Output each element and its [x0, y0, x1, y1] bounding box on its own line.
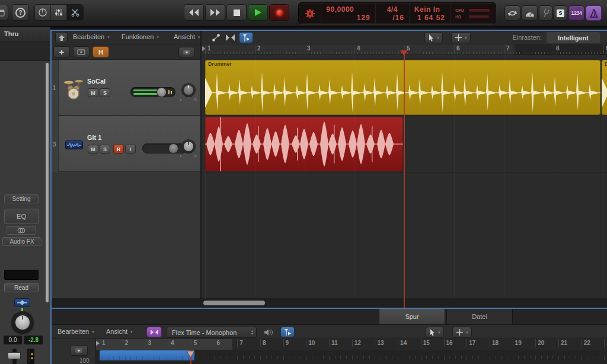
editor-flex-button[interactable]	[146, 327, 162, 337]
play-button[interactable]	[248, 4, 268, 21]
count-in-button[interactable]: 1234	[568, 5, 584, 21]
ruler-tick	[582, 356, 582, 360]
track-header-options-button[interactable]	[178, 47, 195, 58]
help-button[interactable]: ?	[12, 4, 29, 21]
track-number-label: 3	[53, 141, 56, 148]
cycle-button[interactable]	[504, 5, 520, 21]
region-name: Drummer	[605, 61, 607, 67]
ruler-tick	[221, 52, 221, 54]
stereo-format-button[interactable]	[7, 226, 36, 235]
flex-button[interactable]	[223, 32, 237, 43]
editor-crosshair-tool-button[interactable]: ▾	[452, 327, 472, 338]
duplicate-track-button[interactable]	[73, 46, 90, 58]
performance-button[interactable]	[522, 5, 538, 21]
editor-pointer-tool-button[interactable]: ▾	[426, 327, 444, 338]
back-button[interactable]	[55, 32, 68, 43]
editor-disclosure-button[interactable]	[70, 345, 88, 356]
flex-bowtie-icon	[225, 34, 235, 41]
eq-button[interactable]: EQ	[4, 209, 39, 224]
inspector-header[interactable]: Thru	[0, 27, 50, 42]
tab-datei[interactable]: Datei	[446, 309, 513, 324]
region-drummer-2[interactable]: Drummer	[602, 60, 607, 115]
mute-button[interactable]: M	[88, 88, 98, 97]
playhead-marker[interactable]	[400, 50, 408, 56]
mixer-button[interactable]	[51, 5, 67, 20]
pan-value-box[interactable]: 0.0	[4, 336, 22, 344]
track-header-git1[interactable]: 3 Git 1 M S R I L R	[50, 116, 200, 172]
editor-menu-ansicht[interactable]: Ansicht▾	[106, 328, 133, 335]
volume-fader-cap[interactable]	[8, 352, 21, 359]
inspector-scrollbar[interactable]	[46, 63, 49, 302]
volume-slider-knob[interactable]	[156, 87, 167, 97]
ruler-bar-number: 2	[125, 340, 129, 346]
tuner-button[interactable]	[539, 5, 552, 21]
rewind-button[interactable]	[184, 4, 204, 21]
window-edge-button[interactable]	[0, 5, 8, 21]
track-header-socal[interactable]: 1 SoCal M S L R	[50, 60, 200, 116]
editor-playhead-marker[interactable]	[186, 350, 195, 359]
solo-button-track[interactable]: S	[100, 88, 110, 97]
hscrollbar-thumb[interactable]	[203, 301, 265, 305]
ruler-tick	[404, 356, 404, 359]
playhead-line[interactable]	[404, 55, 405, 308]
pan-mode-icon[interactable]	[14, 298, 30, 307]
audio-fx-button[interactable]: Audio FX	[2, 237, 41, 246]
solo-button[interactable]: S	[554, 5, 567, 21]
input-monitor-button[interactable]: I	[125, 145, 136, 154]
tools-button[interactable]	[67, 5, 83, 20]
automation-button[interactable]	[209, 32, 222, 43]
volume-slider[interactable]	[142, 143, 187, 154]
menu-ansicht[interactable]: Ansicht▾	[174, 33, 200, 40]
flex-mode-dropdown[interactable]: Flex Time - Monophon ▴▾	[167, 327, 257, 338]
pointer-tool-button[interactable]: ▾	[424, 32, 443, 43]
volume-slider[interactable]	[130, 87, 175, 97]
forward-button[interactable]	[205, 4, 225, 21]
chevron-down-icon: ▾	[466, 330, 468, 335]
lcd-signature-section[interactable]: 4/4 /16	[376, 3, 410, 24]
output-slot[interactable]	[4, 270, 39, 280]
track-pan-knob[interactable]	[181, 83, 196, 97]
add-track-button[interactable]: +	[53, 46, 70, 58]
track-pan-knob[interactable]	[181, 139, 196, 154]
automation-mode-button[interactable]: Read	[4, 283, 39, 292]
setting-button[interactable]: Setting	[4, 194, 39, 203]
ruler-tick	[342, 52, 343, 54]
lcd-position-section[interactable]: Kein In 1 64 52	[410, 3, 451, 24]
ruler-tick	[237, 356, 238, 360]
record-enable-button[interactable]: R	[113, 145, 124, 154]
pan-knob[interactable]	[11, 311, 34, 334]
catch-playhead-button[interactable]	[239, 32, 253, 43]
metronome-button[interactable]	[586, 5, 602, 21]
prelisten-button[interactable]	[261, 327, 276, 337]
lcd-tempo-section[interactable]: 90,0000 129	[321, 3, 375, 24]
ruler-tick	[547, 356, 548, 359]
lcd-display[interactable]: 90,0000 129 4/4 /16 Kein In 1 64 52 CPU …	[298, 2, 496, 24]
smart-controls-button[interactable]	[35, 5, 51, 20]
lcd-mode-section[interactable]	[299, 3, 321, 24]
track-name[interactable]: Git 1	[87, 134, 101, 141]
mute-button[interactable]: M	[88, 145, 98, 154]
stop-button[interactable]	[226, 4, 247, 21]
ruler-tick	[579, 52, 579, 54]
menu-funktionen[interactable]: Funktionen▾	[122, 33, 159, 40]
record-button[interactable]	[269, 4, 289, 21]
snap-value-dropdown[interactable]: Intelligent	[547, 32, 600, 43]
gain-value-box[interactable]: -2.8	[24, 336, 43, 344]
track-name[interactable]: SoCal	[87, 78, 106, 85]
menu-bearbeiten[interactable]: Bearbeiten▾	[73, 33, 110, 40]
editor-audio-region[interactable]	[100, 350, 194, 360]
ruler-tick	[564, 356, 565, 359]
level-meter-orange-mark	[31, 353, 33, 355]
editor-ruler-area[interactable]: 1234567891011121314151617181920212223	[96, 339, 607, 364]
solo-button-track[interactable]: S	[100, 145, 110, 154]
editor-catch-button[interactable]	[280, 327, 295, 337]
region-git[interactable]	[205, 117, 403, 171]
tab-spur[interactable]: Spur	[379, 309, 445, 324]
track-number-label: 1	[53, 85, 56, 91]
ruler-tick	[591, 52, 592, 54]
hide-tracks-button[interactable]: H	[92, 46, 109, 58]
volume-slider-knob[interactable]	[168, 143, 178, 154]
region-drummer-1[interactable]: Drummer	[205, 60, 600, 115]
editor-menu-bearbeiten[interactable]: Bearbeiten▾	[57, 328, 94, 335]
crosshair-tool-button[interactable]: ▾	[451, 32, 471, 43]
